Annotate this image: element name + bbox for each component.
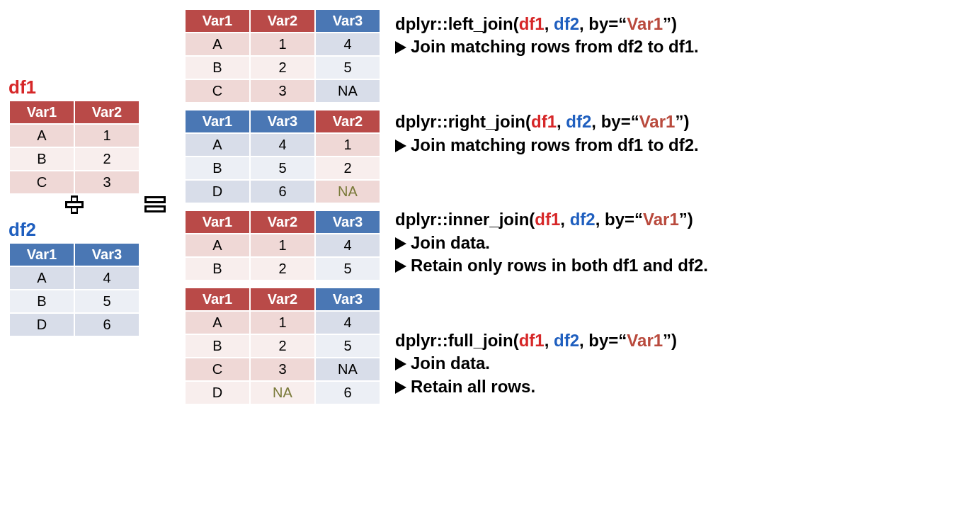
h: Var3: [315, 9, 380, 33]
df1-label: df1: [8, 76, 140, 98]
arrow-icon: [395, 140, 406, 152]
left-join-table: Var1Var2Var3 A14 B25 C3NA: [184, 8, 381, 103]
cell: 3: [250, 79, 315, 103]
t: Var1: [627, 14, 663, 33]
cell: NA: [315, 180, 380, 203]
cell: NA: [315, 79, 380, 103]
right-join-table: Var1Var3Var2 A41 B52 D6NA: [184, 109, 381, 204]
cell: 4: [250, 133, 315, 157]
t: ,: [545, 331, 554, 350]
t: , by=“: [596, 210, 643, 229]
t: , by=“: [579, 14, 627, 33]
arrow-icon: [395, 41, 406, 54]
cell: B: [185, 334, 250, 358]
cell: 5: [250, 157, 315, 180]
plus-icon: [65, 195, 84, 219]
cell: B: [185, 56, 250, 79]
t: ”): [675, 112, 689, 131]
cell: A: [185, 234, 250, 257]
t: df1: [535, 210, 560, 229]
cell: 4: [315, 234, 380, 257]
t: Retain all rows.: [411, 377, 535, 396]
cell: NA: [250, 381, 315, 404]
t: ”): [663, 331, 677, 350]
df2-h0: Var1: [9, 243, 74, 266]
t: Var1: [627, 331, 663, 350]
cell: 2: [315, 157, 380, 180]
arrow-icon: [395, 358, 406, 370]
cell: 1: [74, 124, 139, 147]
df2-table: Var1Var3 A4 B5 D6: [8, 242, 140, 337]
cell: B: [185, 157, 250, 180]
cell: D: [185, 381, 250, 404]
h: Var3: [315, 288, 380, 311]
cell: 5: [315, 257, 380, 280]
df1-block: df1 Var1Var2 A1 B2 C3: [8, 76, 140, 195]
t: df1: [519, 14, 545, 33]
cell: D: [9, 313, 74, 336]
t: ,: [560, 210, 569, 229]
t: df2: [570, 210, 596, 229]
h: Var2: [315, 110, 380, 133]
t: df2: [554, 331, 579, 350]
descriptions-column: dplyr::left_join(df1, df2, by=“Var1”) Jo…: [395, 8, 708, 405]
cell: A: [185, 33, 250, 56]
right-join-desc: dplyr::right_join(df1, df2, by=“Var1”) J…: [395, 110, 708, 157]
inner-join-desc: dplyr::inner_join(df1, df2, by=“Var1”) J…: [395, 208, 708, 277]
arrow-icon: [395, 237, 406, 250]
df2-h1: Var3: [74, 243, 139, 266]
left-join-desc: dplyr::left_join(df1, df2, by=“Var1”) Jo…: [395, 13, 708, 59]
t: df2: [566, 112, 591, 131]
cell: A: [9, 124, 74, 147]
results-column: Var1Var2Var3 A14 B25 C3NA Var1Var3Var2 A…: [184, 8, 381, 405]
h: Var1: [185, 9, 250, 33]
df1-h0: Var1: [9, 101, 74, 124]
cell: 4: [315, 33, 380, 56]
t: , by=“: [591, 112, 639, 131]
h: Var3: [250, 110, 315, 133]
df1-table: Var1Var2 A1 B2 C3: [8, 100, 140, 195]
h: Var3: [315, 210, 380, 234]
t: ,: [557, 112, 566, 131]
cell: B: [185, 257, 250, 280]
t: dplyr::right_join(: [395, 112, 531, 131]
t: df1: [531, 112, 557, 131]
cell: 3: [250, 358, 315, 381]
t: df2: [554, 14, 579, 33]
t: Var1: [643, 210, 679, 229]
cell: 1: [250, 311, 315, 334]
cell: 1: [315, 133, 380, 157]
cell: 6: [250, 180, 315, 203]
cell: 1: [250, 33, 315, 56]
cell: 4: [315, 311, 380, 334]
cell: 6: [74, 313, 139, 336]
cell: C: [9, 171, 74, 194]
t: dplyr::inner_join(: [395, 210, 535, 229]
h: Var2: [250, 288, 315, 311]
cell: 5: [315, 56, 380, 79]
arrow-icon: [395, 381, 406, 394]
t: Join matching rows from df2 to df1.: [411, 37, 699, 56]
inner-join-table: Var1Var2Var3 A14 B25: [184, 210, 381, 281]
cell: B: [9, 290, 74, 313]
inputs-group: df1 Var1Var2 A1 B2 C3 df2 Var1Var3 A4 B5…: [8, 76, 170, 337]
cell: C: [185, 79, 250, 103]
t: Join matching rows from df1 to df2.: [411, 135, 699, 154]
cell: A: [185, 133, 250, 157]
t: Retain only rows in both df1 and df2.: [411, 256, 708, 275]
h: Var1: [185, 288, 250, 311]
h: Var2: [250, 210, 315, 234]
cell: 1: [250, 234, 315, 257]
full-join-desc: dplyr::full_join(df1, df2, by=“Var1”) Jo…: [395, 329, 708, 398]
equals-icon: [144, 194, 166, 220]
full-join-table: Var1Var2Var3 A14 B25 C3NA DNA6: [184, 287, 381, 405]
df1-h1: Var2: [74, 101, 139, 124]
t: ”): [679, 210, 693, 229]
cell: 2: [250, 334, 315, 358]
cell: 2: [250, 257, 315, 280]
t: ”): [663, 14, 677, 33]
t: , by=“: [579, 331, 627, 350]
h: Var1: [185, 110, 250, 133]
cell: C: [185, 358, 250, 381]
cell: 5: [74, 290, 139, 313]
